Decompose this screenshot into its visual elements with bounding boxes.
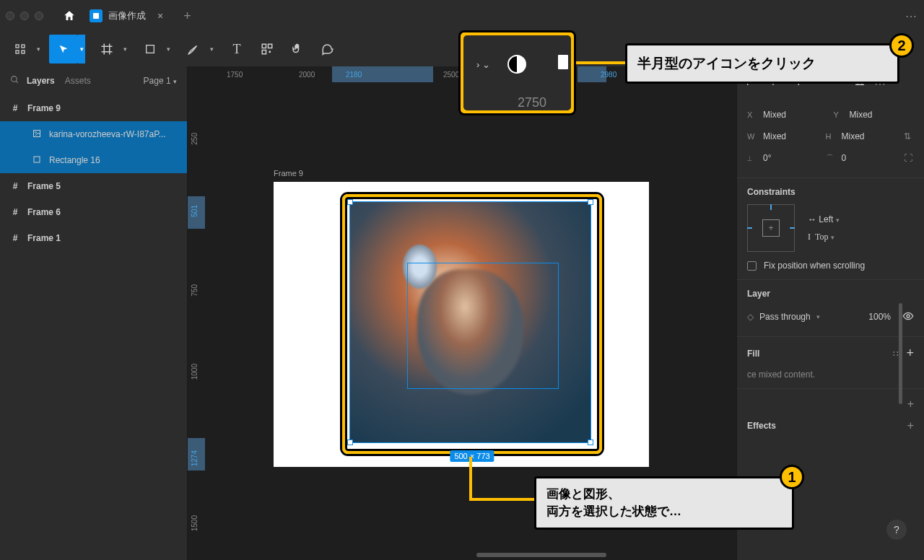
w-value[interactable]: Mixed [763,131,820,141]
ruler-mark: 2000 [299,71,315,79]
layer-row[interactable]: karina-vorozheeva-rW-I87aP... [0,121,187,147]
mask-icon[interactable] [507,55,526,74]
rect-icon [32,155,42,166]
annotation-connector [576,61,625,64]
svg-rect-1 [16,45,19,48]
eye-icon[interactable] [902,310,914,324]
radius-icon: ⌒ [826,153,836,164]
add-effect-button[interactable]: + [907,419,914,432]
selection-dims: 500 × 773 [450,450,494,462]
ruler-mark: 2980 [601,71,616,79]
stroke-section: + [737,389,924,419]
chevron-down-icon[interactable]: ▾ [165,35,172,64]
scrollbar-horizontal[interactable] [476,553,606,557]
home-button[interactable] [58,4,81,27]
panel-scrollbar[interactable] [899,303,902,404]
section-title: Effects [747,421,776,431]
more-menu[interactable]: ⋯ [905,9,918,23]
add-fill-button[interactable]: + [906,346,914,361]
hand-tool[interactable] [283,35,312,64]
svg-rect-11 [269,44,272,48]
w-label: W [747,132,757,141]
new-tab-button[interactable]: + [183,9,191,24]
frame-icon: # [10,181,20,191]
layer-row[interactable]: #Frame 9 [0,95,187,121]
annotation-badge-1: 1 [780,465,804,489]
constraint-h[interactable]: ↔ Left ▾ [808,214,840,224]
help-button[interactable]: ? [886,520,907,540]
ruler-mark: 2180 [346,71,362,79]
y-value[interactable]: Mixed [850,110,915,120]
text-tool[interactable]: T [222,35,251,64]
layer-label: Frame 9 [27,103,61,113]
fix-position-checkbox[interactable] [747,261,757,271]
layer-row[interactable]: #Frame 5 [0,173,187,199]
link-icon[interactable]: ⇅ [904,131,914,141]
transform-section: XMixed YMixed WMixed HMixed ⇅ ⟂0° ⌒0 ⛶ [737,95,924,178]
rotation-value[interactable]: 0° [763,153,820,163]
effects-section: Effects + [737,419,924,441]
frame-icon: # [10,207,20,217]
svg-rect-9 [147,45,154,53]
close-dot[interactable] [6,12,14,20]
max-dot[interactable] [35,12,43,20]
svg-rect-2 [22,45,25,48]
chevron-down-icon[interactable]: › ⌄ [476,59,490,70]
page-selector[interactable]: Page 1 ▾ [144,76,177,86]
annotation-badge-2: 2 [889,33,914,58]
ruler-vertical: 250 501 750 1000 1274 1500 [188,82,205,560]
constraints-section: Constraints + ↔ Left ▾ I Top ▾ Fix posit… [737,178,924,280]
layer-label: Rectangle 16 [49,155,100,165]
svg-rect-0 [93,13,99,19]
move-tool[interactable] [49,35,78,64]
layer-row[interactable]: #Frame 1 [0,225,187,251]
chevron-down-icon[interactable]: ▾ [121,35,128,64]
tab-current[interactable]: 画像作成 × [81,0,172,32]
h-value[interactable]: Mixed [842,131,899,141]
h-label: H [826,132,836,141]
layer-row[interactable]: #Frame 6 [0,199,187,225]
constraint-v[interactable]: I Top ▾ [808,232,840,242]
ruler-mark: 501 [191,205,199,217]
tab-title: 画像作成 [108,9,146,22]
x-label: X [747,110,757,119]
svg-line-15 [16,81,18,83]
svg-point-17 [35,131,37,133]
resources-tool[interactable] [253,35,282,64]
traffic-lights [6,12,43,20]
panel-tabs: Layers Assets Page 1 ▾ [0,66,187,95]
close-icon[interactable]: × [157,10,163,22]
blend-mode[interactable]: Pass through [759,312,811,322]
chevron-down-icon[interactable]: ▾ [78,35,85,64]
constraints-widget[interactable]: + [747,204,795,252]
ruler-center-mark: 2750 [518,95,546,110]
frame-label[interactable]: Frame 9 [274,169,303,178]
chevron-down-icon[interactable]: ▾ [35,35,42,64]
assets-tab[interactable]: Assets [65,76,91,86]
x-value[interactable]: Mixed [763,110,828,120]
opacity-value[interactable]: 100% [868,312,891,322]
radius-value[interactable]: 0 [842,153,899,163]
comment-tool[interactable] [313,35,342,64]
add-button[interactable]: + [907,398,914,411]
layer-label: Frame 1 [27,233,61,243]
svg-point-40 [907,315,910,318]
layer-label: Frame 6 [27,207,61,217]
annotation-highlight-1 [342,194,602,454]
ruler-mark: 750 [191,284,199,297]
chevron-down-icon[interactable]: ▾ [208,35,215,64]
pen-tool[interactable] [179,35,208,64]
main-menu[interactable] [6,35,35,64]
shape-tool[interactable] [136,35,165,64]
layer-section: Layer ◇ Pass through ▾ 100% [737,280,924,337]
layer-label: Frame 5 [27,181,61,191]
layers-tab[interactable]: Layers [27,76,55,86]
expand-icon[interactable]: ⛶ [904,153,914,163]
min-dot[interactable] [20,12,29,20]
frame-tool[interactable] [92,35,121,64]
layer-row[interactable]: Rectangle 16 [0,147,187,173]
component-icon[interactable] [558,55,568,69]
svg-rect-10 [262,44,266,48]
search-icon[interactable] [10,75,19,87]
ruler-mark: 1000 [191,364,199,380]
